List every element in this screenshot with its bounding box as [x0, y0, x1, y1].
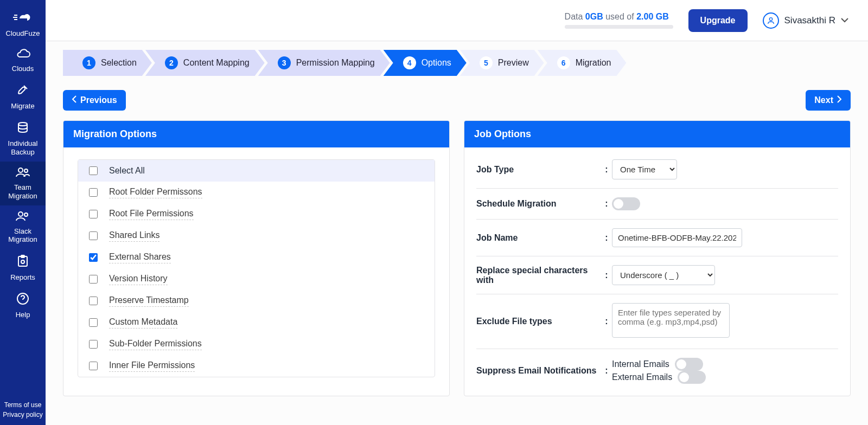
row-replace: Replace special characters with : Unders…: [476, 256, 838, 294]
chevron-right-icon: [837, 95, 842, 105]
chevron-left-icon: [72, 95, 77, 105]
step-num: 5: [480, 56, 493, 69]
sidebar-item-help[interactable]: Help: [0, 287, 46, 324]
user-menu[interactable]: Sivasakthi R: [763, 12, 848, 29]
job-name-label: Job Name: [476, 233, 601, 243]
option-row[interactable]: Custom Metadata: [78, 312, 435, 333]
sidebar-item-reports[interactable]: Reports: [0, 249, 46, 287]
row-exclude: Exclude File types :: [476, 294, 838, 349]
step-preview[interactable]: 5Preview: [460, 50, 544, 76]
replace-select[interactable]: Underscore ( _ ): [612, 265, 715, 285]
sidebar-item-label: CloudFuze: [6, 29, 40, 38]
sidebar-item-label: Migrate: [11, 102, 34, 111]
option-label: Custom Metadata: [109, 317, 177, 329]
option-checkbox[interactable]: [89, 362, 98, 370]
sidebar: CloudFuze Clouds Migrate Individual Back…: [0, 0, 46, 425]
usage-used: 0GB: [585, 12, 603, 21]
step-permission-mapping[interactable]: 3Permission Mapping: [258, 50, 390, 76]
step-options[interactable]: 4Options: [384, 50, 467, 76]
svg-point-3: [18, 212, 23, 216]
team-alt-icon: [15, 211, 30, 224]
replace-label: Replace special characters with: [476, 266, 601, 285]
job-options-panel: Job Options Job Type : One Time Schedule…: [464, 120, 851, 396]
exclude-textarea[interactable]: [612, 303, 730, 338]
external-emails-toggle[interactable]: [678, 371, 706, 384]
user-name: Sivasakthi R: [784, 15, 835, 26]
option-row[interactable]: Preserve Timestamp: [78, 290, 435, 312]
svg-point-1: [18, 168, 23, 172]
step-label: Options: [422, 58, 451, 68]
option-checkbox[interactable]: [89, 297, 98, 305]
brand-icon: [12, 11, 34, 26]
option-checkbox[interactable]: [89, 340, 98, 349]
wizard-steps: 1Selection 2Content Mapping 3Permission …: [63, 50, 851, 76]
row-job-name: Job Name :: [476, 220, 838, 256]
step-selection[interactable]: 1Selection: [63, 50, 152, 76]
sidebar-item-label: Reports: [10, 273, 35, 282]
option-label: Version History: [109, 274, 168, 285]
option-checkbox[interactable]: [89, 188, 98, 197]
rocket-icon: [16, 83, 29, 99]
option-row[interactable]: Root Folder Permissons: [78, 182, 435, 203]
option-select-all[interactable]: Select All: [78, 160, 435, 182]
next-button[interactable]: Next: [806, 90, 851, 111]
svg-point-9: [769, 17, 772, 20]
help-icon: [16, 292, 29, 307]
sidebar-item-clouds[interactable]: Clouds: [0, 43, 46, 78]
option-label: Shared Links: [109, 230, 159, 242]
select-all-checkbox[interactable]: [89, 166, 98, 175]
topbar: Data 0GB used of 2.00 GB Upgrade Sivasak…: [46, 0, 868, 41]
job-type-select[interactable]: One Time: [612, 159, 677, 179]
sidebar-item-individual-backup[interactable]: Individual Backup: [0, 116, 46, 162]
row-schedule: Schedule Migration :: [476, 189, 838, 220]
avatar-icon: [763, 12, 779, 29]
option-label: External Shares: [109, 252, 171, 263]
previous-button[interactable]: Previous: [63, 90, 126, 111]
option-row[interactable]: Sub-Folder Permissions: [78, 333, 435, 355]
sidebar-item-label: Help: [16, 311, 30, 319]
option-label: Root File Permissions: [109, 209, 194, 220]
step-migration[interactable]: 6Migration: [538, 50, 627, 76]
option-label: Root Folder Permissons: [109, 187, 202, 198]
options-list: Select All Root Folder PermissonsRoot Fi…: [78, 159, 435, 377]
sidebar-item-brand[interactable]: CloudFuze: [0, 5, 46, 43]
report-icon: [17, 255, 29, 270]
footer-terms[interactable]: Terms of use: [4, 400, 42, 410]
option-label: Sub-Folder Permissions: [109, 339, 202, 350]
usage-prefix: Data: [565, 12, 585, 21]
option-checkbox[interactable]: [89, 210, 98, 218]
upgrade-button[interactable]: Upgrade: [688, 9, 748, 32]
sidebar-item-slack-migration[interactable]: Slack Migration: [0, 205, 46, 249]
step-num: 6: [557, 56, 570, 69]
step-label: Content Mapping: [183, 58, 250, 68]
sidebar-item-label: Team Migration: [2, 183, 43, 200]
svg-point-4: [24, 213, 28, 216]
option-row[interactable]: Version History: [78, 268, 435, 290]
suppress-label: Suppress Email Notifications: [476, 366, 601, 376]
option-row[interactable]: Root File Permissions: [78, 203, 435, 225]
option-checkbox[interactable]: [89, 318, 98, 327]
option-row[interactable]: Shared Links: [78, 225, 435, 247]
option-row[interactable]: External Shares: [78, 247, 435, 268]
job-name-input[interactable]: [612, 228, 742, 247]
sidebar-item-label: Individual Backup: [2, 139, 43, 156]
option-checkbox[interactable]: [89, 231, 98, 240]
usage-total: 2.00 GB: [636, 12, 669, 21]
option-checkbox[interactable]: [89, 253, 98, 262]
step-content-mapping[interactable]: 2Content Mapping: [145, 50, 265, 76]
sidebar-item-team-migration[interactable]: Team Migration: [0, 162, 46, 205]
sidebar-item-migrate[interactable]: Migrate: [0, 78, 46, 115]
option-checkbox[interactable]: [89, 275, 98, 284]
footer-privacy[interactable]: Privacy policy: [3, 410, 42, 420]
row-suppress: Suppress Email Notifications : Internal …: [476, 349, 838, 392]
select-all-label: Select All: [109, 166, 145, 176]
internal-emails-label: Internal Emails: [612, 359, 669, 369]
option-row[interactable]: Inner File Permissions: [78, 355, 435, 377]
panel-title: Job Options: [464, 121, 850, 147]
svg-point-7: [21, 260, 24, 263]
svg-point-2: [24, 169, 28, 172]
internal-emails-toggle[interactable]: [675, 358, 703, 371]
schedule-toggle[interactable]: [612, 197, 640, 210]
step-num: 2: [165, 56, 178, 69]
migration-options-panel: Migration Options Select All Root Folder…: [63, 120, 450, 396]
